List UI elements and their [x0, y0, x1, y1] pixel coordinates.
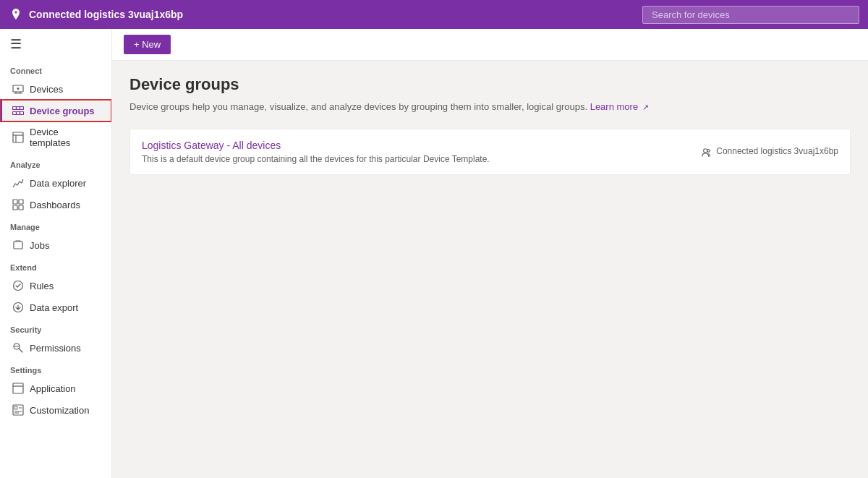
sidebar-item-jobs[interactable]: Jobs — [0, 234, 111, 256]
device-group-meta: Connected logistics 3vuaj1x6bp — [702, 145, 838, 157]
external-link-icon: ↗ — [642, 103, 649, 111]
svg-rect-7 — [20, 112, 24, 115]
rules-icon — [12, 280, 24, 291]
main-layout: ☰ Connect Devices — [0, 29, 868, 478]
sidebar: ☰ Connect Devices — [0, 29, 112, 478]
svg-rect-12 — [19, 200, 23, 204]
svg-rect-2 — [13, 107, 17, 110]
sidebar-section-connect: Connect — [0, 59, 111, 78]
sidebar-item-data-explorer[interactable]: Data explorer — [0, 172, 111, 194]
svg-rect-6 — [17, 112, 20, 115]
sidebar-section-analyze: Analyze — [0, 153, 111, 172]
sidebar-item-device-templates-label: Device templates — [30, 127, 101, 148]
sidebar-section-manage: Manage — [0, 215, 111, 234]
svg-rect-20 — [13, 383, 23, 393]
new-button[interactable]: + New — [124, 35, 171, 54]
page-description: Device groups help you manage, visualize… — [129, 100, 851, 114]
device-group-card[interactable]: Logistics Gateway - All devices This is … — [129, 129, 851, 175]
sidebar-item-jobs-label: Jobs — [30, 240, 49, 251]
page-description-text: Device groups help you manage, visualize… — [129, 101, 587, 112]
page-title: Device groups — [129, 75, 851, 94]
svg-point-28 — [707, 149, 710, 152]
device-group-meta-text: Connected logistics 3vuaj1x6bp — [716, 146, 838, 156]
sidebar-item-application[interactable]: Application — [0, 377, 111, 399]
sidebar-item-data-explorer-label: Data explorer — [30, 178, 86, 189]
svg-point-16 — [14, 281, 23, 291]
group-icon — [12, 105, 24, 116]
svg-point-27 — [704, 148, 707, 152]
sidebar-section-settings: Settings — [0, 359, 111, 377]
sidebar-item-customization-label: Customization — [30, 405, 89, 416]
sidebar-item-customization[interactable]: Customization — [0, 399, 111, 421]
group-meta-icon — [702, 145, 712, 157]
sidebar-item-permissions[interactable]: Permissions — [0, 337, 111, 359]
sidebar-item-data-export-label: Data export — [30, 302, 78, 313]
customization-icon — [12, 404, 24, 416]
sidebar-item-application-label: Application — [30, 383, 76, 394]
search-input[interactable] — [642, 6, 859, 24]
dashboard-icon — [12, 199, 24, 210]
template-icon — [12, 132, 24, 143]
sidebar-item-permissions-label: Permissions — [30, 343, 81, 354]
sidebar-section-extend: Extend — [0, 256, 111, 275]
learn-more-link[interactable]: Learn more ↗ — [590, 101, 649, 112]
sidebar-item-device-groups-wrapper: Device groups — [0, 100, 111, 121]
device-icon — [12, 83, 24, 95]
svg-rect-11 — [13, 200, 17, 204]
device-group-info: Logistics Gateway - All devices This is … — [142, 140, 490, 164]
device-group-name: Logistics Gateway - All devices — [142, 140, 490, 151]
svg-rect-13 — [13, 205, 17, 210]
export-icon — [12, 302, 24, 313]
sidebar-section-security: Security — [0, 318, 111, 337]
topbar: Connected logistics 3vuaj1x6bp — [0, 0, 868, 29]
jobs-icon — [12, 239, 24, 251]
sidebar-item-device-groups-label: Device groups — [30, 106, 95, 116]
sidebar-item-dashboards[interactable]: Dashboards — [0, 194, 111, 215]
sidebar-item-device-groups[interactable]: Device groups — [0, 100, 111, 121]
svg-rect-5 — [13, 112, 17, 115]
sidebar-item-devices[interactable]: Devices — [0, 78, 111, 100]
device-group-desc: This is a default device group containin… — [142, 154, 490, 164]
hamburger-button[interactable]: ☰ — [0, 29, 111, 59]
sidebar-item-rules[interactable]: Rules — [0, 275, 111, 296]
sidebar-item-dashboards-label: Dashboards — [30, 200, 80, 210]
location-pin-icon — [9, 7, 23, 22]
application-icon — [12, 383, 24, 394]
svg-rect-23 — [14, 406, 17, 409]
svg-point-1 — [17, 88, 20, 90]
svg-rect-8 — [13, 132, 23, 142]
sidebar-item-rules-label: Rules — [30, 281, 54, 291]
permissions-icon — [12, 342, 24, 354]
app-logo: Connected logistics 3vuaj1x6bp — [9, 7, 183, 22]
content-toolbar: + New — [112, 29, 868, 61]
content-body: Device groups Device groups help you man… — [112, 61, 868, 478]
app-title: Connected logistics 3vuaj1x6bp — [29, 9, 183, 20]
svg-rect-14 — [19, 205, 23, 210]
content-area: + New Device groups Device groups help y… — [112, 29, 868, 478]
sidebar-item-devices-label: Devices — [30, 84, 63, 95]
explorer-icon — [12, 177, 24, 189]
svg-rect-15 — [14, 242, 22, 249]
sidebar-item-device-templates[interactable]: Device templates — [0, 121, 111, 153]
sidebar-item-data-export[interactable]: Data export — [0, 296, 111, 318]
svg-rect-3 — [17, 107, 20, 110]
svg-rect-4 — [20, 107, 24, 110]
